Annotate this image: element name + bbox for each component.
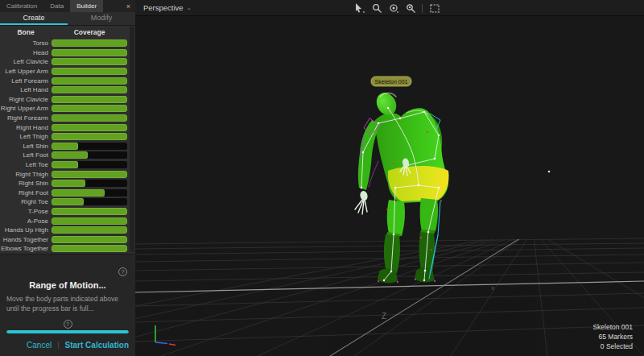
cursor-icon[interactable] <box>354 3 365 14</box>
motive-app-window: Calibration Data Builder × Create Modify… <box>0 0 644 356</box>
coverage-bar-track <box>52 105 127 112</box>
bone-label: A-Pose <box>0 217 52 225</box>
coverage-bar-fill <box>52 68 127 75</box>
bone-label: Right Upper Arm <box>0 105 52 112</box>
bone-row: Left Toe <box>0 160 135 170</box>
bone-row: Right Forearm <box>0 114 135 123</box>
tab-calibration[interactable]: Calibration <box>0 0 43 12</box>
range-of-motion-section: ? Range of Motion... Move the body parts… <box>0 254 135 356</box>
bone-row: T-Pose <box>0 207 135 217</box>
coverage-bar-fill <box>52 236 127 243</box>
coverage-bar-track <box>52 58 127 65</box>
marquee-select-icon[interactable] <box>429 3 440 14</box>
scene-canvas[interactable]: Z x <box>135 16 644 356</box>
bone-row: Hands Up High <box>0 226 135 235</box>
bone-row: Left Foot <box>0 151 135 160</box>
coverage-bar-fill <box>52 77 127 85</box>
coverage-bar-fill <box>52 58 127 65</box>
axis-label-z: Z <box>382 312 386 321</box>
skeleton-badge-label: Skeleton 001 <box>375 79 408 85</box>
bone-label: Left Foot <box>0 151 52 159</box>
orbit-eye-icon[interactable] <box>388 3 398 14</box>
axis-label-x: x <box>491 284 494 292</box>
selection-stats: Skeleton 001 65 Markers 0 Selected <box>592 322 633 351</box>
skeleton-badge: Skeleton 001 <box>371 77 411 86</box>
coverage-bar-track <box>52 86 127 93</box>
bone-row: Head <box>0 48 135 58</box>
bone-label: Hands Up High <box>0 226 52 234</box>
bone-label: Right Foot <box>0 189 52 197</box>
coverage-bar-fill <box>52 198 84 205</box>
tab-builder[interactable]: Builder <box>70 0 103 12</box>
bone-row: Right Toe <box>0 197 135 207</box>
tab-data[interactable]: Data <box>43 0 70 12</box>
start-calculation-button[interactable]: Start Calculation <box>65 341 129 350</box>
bone-label: Right Clavicle <box>0 96 52 103</box>
bone-label: Left Clavicle <box>0 58 52 65</box>
coverage-bar-track <box>52 189 127 197</box>
coverage-bar-track <box>52 245 127 252</box>
rom-description: Move the body parts indicated above unti… <box>6 295 129 314</box>
bone-label: Left Hand <box>0 86 52 93</box>
coverage-bar-track <box>52 77 127 85</box>
coverage-bar-track <box>52 236 127 243</box>
bone-row: Elbows Together <box>0 244 135 254</box>
viewport-3d[interactable]: Perspective ⌄ <box>135 0 644 356</box>
bone-row: Hands Together <box>0 234 135 244</box>
coverage-bar-track <box>52 143 127 150</box>
coverage-bar-track <box>52 133 127 140</box>
subtab-create[interactable]: Create <box>0 12 68 25</box>
perspective-dropdown[interactable]: Perspective ⌄ <box>135 3 200 12</box>
coverage-bar-fill <box>52 161 78 168</box>
bone-row: Right Hand <box>0 122 135 132</box>
bone-label: Right Shin <box>0 180 52 187</box>
left-hand <box>355 190 369 214</box>
bone-label: Right Hand <box>0 124 52 131</box>
coverage-bar-fill <box>52 39 127 47</box>
stray-marker-dot <box>548 171 551 173</box>
coverage-bar-fill <box>52 189 105 197</box>
rom-title: Range of Motion... <box>6 280 129 290</box>
help-icon[interactable]: ? <box>118 267 127 276</box>
coverage-bar-fill <box>52 151 88 159</box>
coverage-bar-track <box>52 68 127 75</box>
help-icon-secondary[interactable]: ? <box>64 320 72 329</box>
bone-row: A-Pose <box>0 216 135 226</box>
coverage-bar-track <box>52 217 127 225</box>
coverage-bar-track <box>52 124 127 131</box>
stats-skeleton-name: Skeleton 001 <box>592 322 633 332</box>
bone-label: Right Forearm <box>0 114 52 122</box>
bone-label: Left Toe <box>0 161 52 168</box>
bone-row: Left Forearm <box>0 76 135 85</box>
subtab-modify[interactable]: Modify <box>68 12 135 25</box>
bone-row: Right Foot <box>0 188 135 198</box>
bone-row: Left Thigh <box>0 132 135 142</box>
close-icon[interactable]: × <box>122 0 135 12</box>
bone-row: Left Clavicle <box>0 57 135 67</box>
stats-selected-count: 0 Selected <box>592 342 633 351</box>
coverage-bar-track <box>52 208 127 215</box>
bone-label: T-Pose <box>0 208 52 215</box>
coverage-bar-fill <box>52 105 127 112</box>
skeleton-figure <box>355 89 448 284</box>
pan-select-icon[interactable] <box>405 3 415 14</box>
coverage-bar-track <box>52 171 127 178</box>
origin-axis-gizmo <box>155 325 175 346</box>
bone-row: Right Clavicle <box>0 95 135 105</box>
bone-label: Hands Together <box>0 236 52 243</box>
button-separator: | <box>57 341 59 349</box>
column-header-bone: Bone <box>0 28 52 36</box>
viewport-tools <box>354 0 440 16</box>
coverage-bar-fill <box>52 96 127 103</box>
builder-panel: Calibration Data Builder × Create Modify… <box>0 0 135 356</box>
builder-subtabs: Create Modify <box>0 12 135 26</box>
zoom-icon[interactable] <box>371 3 382 14</box>
bone-row: Torso <box>0 39 135 48</box>
bone-row: Left Hand <box>0 85 135 95</box>
panel-scrollbar[interactable] <box>130 27 134 252</box>
coverage-bar-fill <box>52 217 127 225</box>
cancel-button[interactable]: Cancel <box>27 341 52 350</box>
coverage-bar-fill <box>52 143 78 150</box>
bone-label: Head <box>0 49 52 56</box>
bone-label: Elbows Together <box>0 245 52 252</box>
